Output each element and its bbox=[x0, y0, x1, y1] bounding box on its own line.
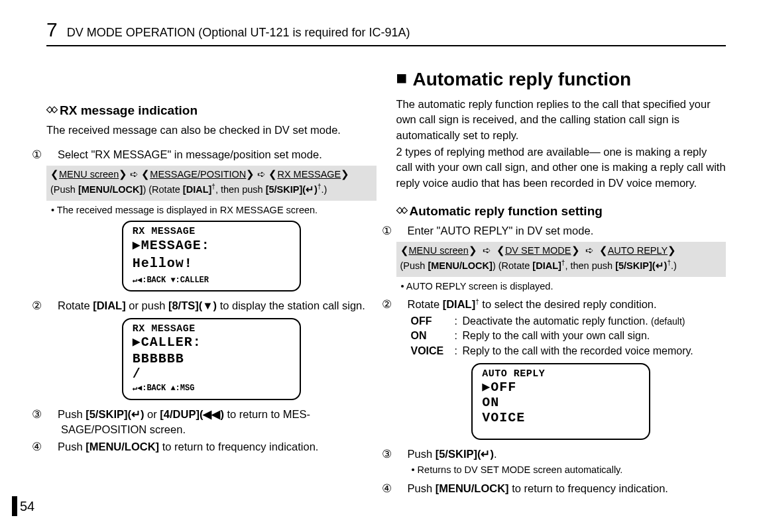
menu-path-line2: (Push [MENU/LOCK]) (Rotate [DIAL]†, then… bbox=[400, 258, 723, 272]
lcd-line: ↵◀:BACK ▲:MSG bbox=[133, 384, 290, 394]
lcd-line: Hellow! bbox=[133, 256, 290, 271]
step-number-icon: ④ bbox=[396, 481, 408, 496]
lcd-line: RX MESSAGE bbox=[133, 323, 290, 335]
bullet-note: • Returns to DV SET MODE screen automati… bbox=[416, 463, 727, 477]
diamond-icon: ◇◇ bbox=[396, 204, 406, 222]
step-number-icon: ① bbox=[396, 223, 408, 239]
step-line: ②Rotate [DIAL] or push [8/TS](▼) to disp… bbox=[46, 298, 377, 313]
lcd-line: BBBBBB bbox=[133, 351, 290, 366]
divider bbox=[46, 45, 726, 46]
definition-list: OFF : Deactivate the automatic reply fun… bbox=[411, 314, 727, 359]
lcd-screenshot: RX MESSAGE ▶CALLER: BBBBBB / ↵◀:BACK ▲:M… bbox=[122, 318, 301, 400]
lcd-line: / bbox=[133, 366, 290, 382]
step-line: ④Push [MENU/LOCK] to return to frequency… bbox=[46, 439, 377, 454]
menu-path-box: ❮MENU screen❯ ➪ ❮DV SET MODE❯ ➪ ❮AUTO RE… bbox=[396, 242, 727, 277]
step-number-icon: ③ bbox=[46, 407, 58, 422]
lcd-line: VOICE bbox=[482, 410, 640, 425]
step-line: ③Push [5/SKIP](↵) or [4/DUP](◀◀) to retu… bbox=[46, 407, 377, 438]
chapter-number: 7 bbox=[46, 19, 58, 41]
left-column: ◇◇ RX message indication The received me… bbox=[46, 66, 377, 496]
menu-path-line2: (Push [MENU/LOCK]) (Rotate [DIAL]†, then… bbox=[50, 182, 373, 196]
menu-path-box: ❮MENU screen❯ ➪ ❮MESSAGE/POSITION❯ ➪ ❮RX… bbox=[46, 166, 377, 201]
page-number-bar-icon bbox=[12, 496, 17, 516]
section-lead: The received message can also be checked… bbox=[46, 123, 377, 138]
bullet-note: • AUTO REPLY screen is displayed. bbox=[406, 280, 727, 293]
menu-path-line1: ❮MENU screen❯ ➪ ❮MESSAGE/POSITION❯ ➪ ❮RX… bbox=[50, 168, 373, 182]
lcd-line: ↵◀:BACK ▼:CALLER bbox=[133, 276, 290, 286]
section-heading: ◇◇ RX message indication bbox=[46, 102, 377, 120]
square-icon: ■ bbox=[396, 65, 408, 91]
diamond-icon: ◇◇ bbox=[46, 103, 56, 121]
step-number-icon: ④ bbox=[46, 439, 58, 454]
step-text: Select "RX MESSAGE" in message/position … bbox=[58, 148, 322, 160]
lcd-line: ▶OFF bbox=[482, 380, 640, 395]
section-title: Automatic reply function setting bbox=[410, 203, 603, 221]
step-number-icon: ③ bbox=[396, 447, 408, 462]
definition-row: ON : Reply to the call with your own cal… bbox=[411, 329, 727, 344]
lcd-line: ▶MESSAGE: bbox=[133, 238, 290, 253]
menu-path-line1: ❮MENU screen❯ ➪ ❮DV SET MODE❯ ➪ ❮AUTO RE… bbox=[400, 244, 723, 258]
lcd-line: RX MESSAGE bbox=[133, 226, 290, 237]
definition-key: ON bbox=[411, 329, 455, 344]
lcd-screenshot: RX MESSAGE ▶MESSAGE: Hellow! ↵◀:BACK ▼:C… bbox=[122, 221, 301, 292]
paragraph: The automatic reply function replies to … bbox=[396, 97, 727, 143]
chapter-bar: 7 DV MODE OPERATION (Optional UT-121 is … bbox=[46, 19, 726, 41]
lcd-line: ON bbox=[482, 395, 640, 410]
section-title: Automatic reply function bbox=[412, 66, 631, 93]
definition-value: Deactivate the automatic reply function.… bbox=[463, 314, 727, 329]
manual-page: 7 DV MODE OPERATION (Optional UT-121 is … bbox=[0, 0, 759, 532]
step-line: ①Enter "AUTO REPLY" in DV set mode. bbox=[396, 223, 727, 239]
definition-value: Reply to the call with your own call sig… bbox=[463, 329, 727, 344]
bullet-note: • The received message is displayed in R… bbox=[56, 203, 377, 217]
section-heading: ◇◇ Automatic reply function setting bbox=[396, 203, 727, 221]
section-title: RX message indication bbox=[60, 102, 198, 120]
step-line: ②Rotate [DIAL]† to select the desired re… bbox=[396, 297, 727, 312]
page-number-box: 54 bbox=[12, 496, 36, 516]
section-heading-large: ■ Automatic reply function bbox=[396, 66, 727, 93]
paragraph: 2 types of replying method are available… bbox=[396, 144, 727, 191]
lcd-screenshot: AUTO REPLY ▶OFF ON VOICE bbox=[471, 363, 650, 440]
page-number: 54 bbox=[19, 499, 36, 514]
step-line: ④Push [MENU/LOCK] to return to frequency… bbox=[396, 481, 727, 496]
step-number-icon: ① bbox=[46, 147, 58, 162]
lcd-line: AUTO REPLY bbox=[482, 368, 640, 380]
definition-value: Reply to the call with the recorded voic… bbox=[463, 344, 727, 359]
definition-row: VOICE : Reply to the call with the recor… bbox=[411, 344, 727, 359]
definition-key: VOICE bbox=[411, 344, 455, 359]
step-line: ③Push [5/SKIP](↵). bbox=[396, 447, 727, 462]
definition-row: OFF : Deactivate the automatic reply fun… bbox=[411, 314, 727, 329]
chapter-title: DV MODE OPERATION (Optional UT-121 is re… bbox=[67, 26, 410, 40]
step-number-icon: ② bbox=[396, 297, 408, 312]
definition-key: OFF bbox=[411, 314, 455, 329]
step-number-icon: ② bbox=[46, 298, 58, 313]
step-line: ①Select "RX MESSAGE" in message/position… bbox=[46, 147, 377, 162]
lcd-line: ▶CALLER: bbox=[133, 335, 290, 350]
columns: ◇◇ RX message indication The received me… bbox=[46, 66, 726, 496]
right-column: ■ Automatic reply function The automatic… bbox=[396, 66, 727, 496]
